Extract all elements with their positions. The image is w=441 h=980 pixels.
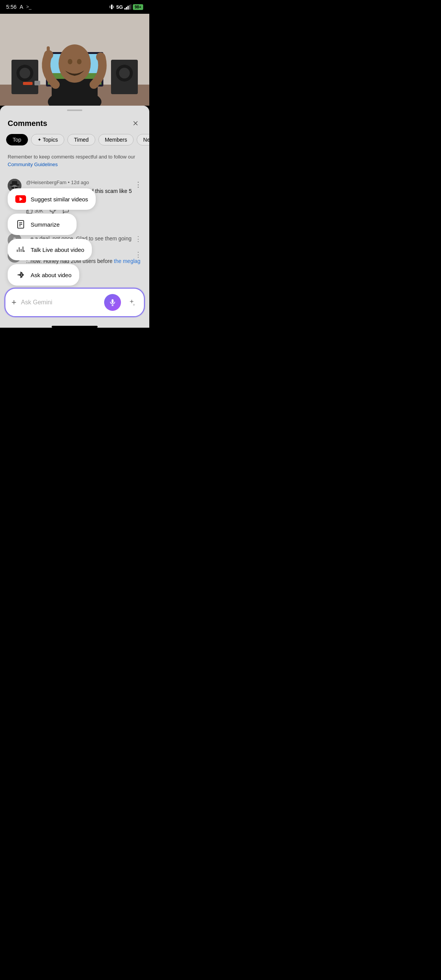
video-thumbnail (0, 14, 149, 106)
svg-point-24 (77, 59, 82, 64)
ask-video-label: Ask about video (31, 272, 72, 278)
summarize-card[interactable]: Summarize (8, 214, 77, 235)
gemini-cards: Suggest similar videos Summarize (8, 188, 96, 286)
comments-sheet: Comments Top ✦ Topics Timed Members Newe… (0, 106, 149, 328)
status-right: 5G 98+ (109, 4, 143, 10)
status-left: 5:56 A >_ (6, 4, 31, 10)
comment-more-button[interactable]: ⋮ (135, 250, 142, 259)
status-icon-terminal: >_ (26, 4, 32, 10)
svg-rect-1 (109, 6, 110, 8)
youtube-icon (15, 194, 26, 204)
ask-gemini-bar: + Ask Gemini (5, 288, 145, 317)
ask-video-card[interactable]: Ask about video (8, 264, 79, 286)
svg-rect-29 (34, 81, 40, 85)
talk-live-card[interactable]: Talk Live about video (8, 239, 92, 260)
talk-live-label: Talk Live about video (31, 247, 84, 253)
svg-point-23 (68, 59, 72, 64)
arrow-right-icon (15, 270, 26, 280)
status-bar: 5:56 A >_ 5G 98+ (0, 0, 149, 14)
svg-rect-28 (23, 82, 33, 85)
suggest-videos-card[interactable]: Suggest similar videos (8, 188, 96, 210)
svg-point-22 (59, 44, 91, 83)
suggest-videos-label: Suggest similar videos (31, 196, 88, 203)
status-icon-a: A (20, 4, 23, 10)
home-indicator (52, 326, 98, 328)
video-scene (0, 14, 149, 106)
svg-rect-2 (113, 6, 114, 8)
microphone-button[interactable] (104, 294, 121, 311)
vibrate-icon (109, 4, 115, 10)
doc-icon (15, 219, 26, 230)
svg-point-16 (20, 68, 30, 78)
svg-rect-6 (129, 5, 130, 10)
svg-rect-5 (127, 6, 129, 10)
svg-rect-26 (47, 46, 50, 56)
battery-indicator: 98+ (133, 4, 143, 10)
svg-rect-3 (124, 8, 126, 10)
bars-icon (15, 244, 26, 255)
sparkle-button[interactable] (126, 296, 138, 309)
svg-point-27 (96, 52, 105, 62)
svg-rect-4 (126, 7, 127, 10)
status-time: 5:56 (6, 4, 16, 10)
ask-gemini-input[interactable]: Ask Gemini (21, 299, 100, 306)
video-area[interactable] (0, 14, 149, 106)
signal-icon (124, 4, 131, 10)
svg-rect-50 (112, 299, 114, 303)
svg-rect-7 (131, 4, 131, 10)
svg-rect-0 (111, 5, 113, 9)
svg-point-19 (119, 68, 130, 78)
plus-button[interactable]: + (11, 297, 16, 307)
summarize-label: Summarize (31, 221, 60, 228)
network-label: 5G (116, 4, 123, 10)
